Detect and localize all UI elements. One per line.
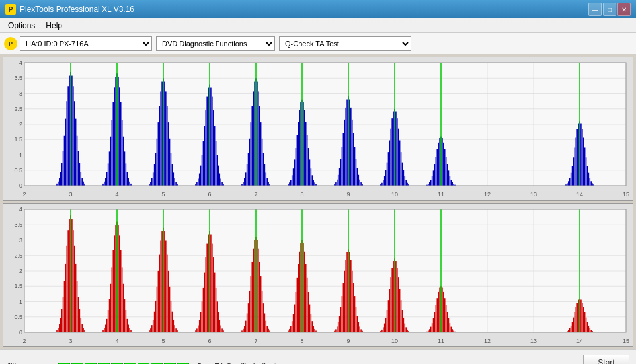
title-bar: P PlexTools Professional XL V3.16 — □ ✕ xyxy=(0,0,636,18)
window-title: PlexTools Professional XL V3.16 xyxy=(20,5,588,14)
ta-section: TA Quality Indicator: Excellent xyxy=(215,362,286,365)
bottom-chart xyxy=(3,203,633,347)
minimize-button[interactable]: — xyxy=(588,3,602,16)
title-controls: — □ ✕ xyxy=(588,3,631,16)
jitter-label: Jitter: xyxy=(7,362,53,365)
toolbar: P HA:0 ID:0 PX-716A DVD Diagnostic Funct… xyxy=(0,33,636,54)
top-chart xyxy=(3,57,633,201)
bottom-chart-canvas xyxy=(3,204,633,347)
start-btn-section: Start i xyxy=(583,355,629,365)
menu-help[interactable]: Help xyxy=(40,20,67,32)
drive-icon: P xyxy=(4,37,17,50)
menu-bar: Options Help xyxy=(0,18,636,33)
metrics-section: Jitter: 5 Peak Shift: 5 xyxy=(7,362,202,365)
close-button[interactable]: ✕ xyxy=(617,3,631,16)
maximize-button[interactable]: □ xyxy=(603,3,616,16)
bottom-panel: Jitter: 5 Peak Shift: 5 TA Quality Indic… xyxy=(0,349,636,364)
test-dropdown[interactable]: Q-Check TA Test xyxy=(279,36,411,51)
jitter-value: 5 xyxy=(197,362,202,365)
ta-label: TA Quality Indicator: xyxy=(215,362,286,365)
main-content xyxy=(0,54,636,349)
drive-dropdown[interactable]: HA:0 ID:0 PX-716A xyxy=(20,36,152,51)
function-dropdown[interactable]: DVD Diagnostic Functions xyxy=(156,36,275,51)
menu-options[interactable]: Options xyxy=(3,20,40,32)
drive-selector: P HA:0 ID:0 PX-716A xyxy=(4,36,152,51)
app-icon: P xyxy=(5,4,16,15)
jitter-row: Jitter: 5 xyxy=(7,362,202,365)
top-chart-canvas xyxy=(3,57,633,200)
start-button[interactable]: Start xyxy=(583,355,629,365)
